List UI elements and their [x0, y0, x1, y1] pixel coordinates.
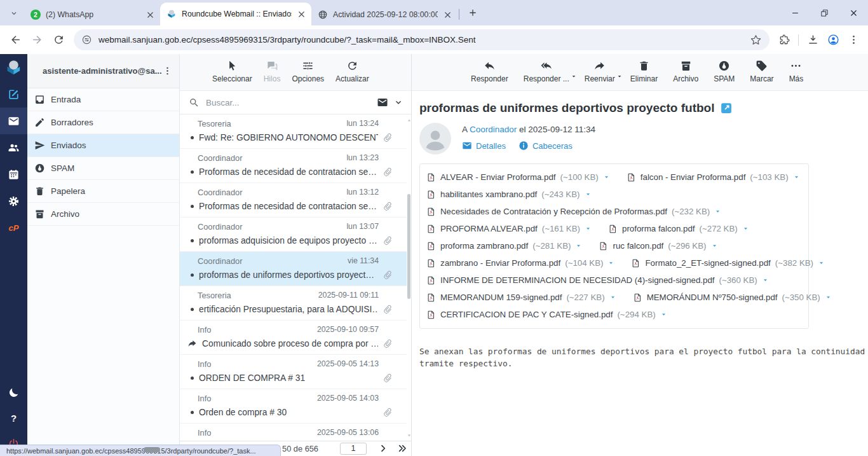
browser-tab[interactable]: Actividad 2025-09-12 08:00:00 — [311, 4, 458, 25]
search-scope-envelope-icon[interactable] — [377, 97, 388, 108]
page-input[interactable]: 1 — [340, 443, 367, 455]
site-info-icon[interactable] — [81, 34, 92, 45]
message-list-row[interactable]: Coordinador lun 13:23 Proformas de neces… — [180, 149, 407, 183]
list-scrollbar[interactable] — [407, 114, 411, 441]
toolbar-button-archivo[interactable]: Archivo — [668, 59, 703, 85]
attachment-name[interactable]: ruc falcon.pdf — [613, 241, 663, 251]
close-icon[interactable] — [297, 10, 306, 19]
toolbar-button-responder[interactable]: Responder — [466, 59, 513, 85]
toolbar-button-spam[interactable]: SPAM — [709, 59, 739, 85]
forward-button[interactable] — [27, 30, 47, 50]
folder-item-borradores[interactable]: Borradores — [27, 111, 179, 134]
caret-down-icon[interactable] — [711, 242, 718, 249]
folder-item-entrada[interactable]: Entrada — [27, 88, 179, 111]
close-window-button[interactable] — [839, 0, 868, 25]
attachment-item[interactable]: proforma zambrano.pdf (~281 KB) — [426, 240, 582, 252]
settings-button[interactable] — [0, 188, 27, 214]
address-bar[interactable]: webmail.sanjuan.gob.ec/cpsess4895969315/… — [74, 29, 770, 50]
attachment-name[interactable]: PROFORMA ALVEAR.pdf — [440, 224, 538, 233]
refresh-button[interactable] — [48, 30, 69, 50]
toolbar-button-marcar[interactable]: Marcar — [745, 59, 778, 85]
attachment-name[interactable]: Necesidades de Contratación y Recepción … — [440, 207, 667, 216]
new-tab-button[interactable] — [465, 4, 481, 21]
caret-down-icon[interactable] — [762, 277, 769, 284]
minimize-button[interactable] — [780, 0, 810, 25]
contacts-button[interactable] — [0, 134, 27, 161]
mail-button[interactable] — [0, 107, 27, 134]
attachment-name[interactable]: MEMORÁNDUM Nº750-signed.pdf — [647, 293, 778, 302]
message-list-row[interactable]: Info 2025-09-05 14:03 Orden de compra # … — [180, 389, 407, 424]
close-icon[interactable] — [146, 10, 155, 20]
attachment-name[interactable]: zambrano - Enviar Proforma.pdf — [440, 258, 560, 268]
search-input[interactable] — [205, 97, 372, 108]
attachment-item[interactable]: PROFORMA ALVEAR.pdf (~161 KB) — [426, 223, 592, 235]
url-text[interactable]: webmail.sanjuan.gob.ec/cpsess4895969315/… — [98, 35, 750, 45]
compose-button[interactable] — [0, 81, 27, 107]
open-in-new-window-icon[interactable] — [721, 102, 732, 114]
message-list-row[interactable]: Coordinador lun 13:07 proformas adquisic… — [180, 218, 407, 252]
toolbar-button-seleccionar[interactable]: Seleccionar — [208, 59, 257, 85]
caret-down-icon[interactable] — [585, 191, 592, 198]
attachment-item[interactable]: MEMORANDUM 159-signed.pdf (~227 KB) — [426, 292, 616, 303]
attachment-name[interactable]: CERTIFICACION DE PAC Y CATE-signed.pdf — [440, 310, 613, 319]
attachment-name[interactable]: proforma falcon.pdf — [622, 224, 695, 233]
attachment-name[interactable]: habilitantes xambrano.pdf — [440, 190, 537, 199]
caret-down-icon[interactable] — [742, 225, 749, 232]
caret-down-icon[interactable] — [660, 311, 667, 318]
splitter-handle[interactable] — [144, 447, 160, 452]
attachment-item[interactable]: INFORME DE DETERMINACION DE NECESIDAD (4… — [426, 275, 769, 286]
toolbar-button-más[interactable]: Más — [785, 59, 808, 85]
caret-down-icon[interactable] — [818, 259, 825, 266]
caret-down-icon[interactable] — [825, 294, 832, 301]
folder-item-enviados[interactable]: Enviados — [27, 134, 179, 157]
toolbar-button-hilos[interactable]: Hilos — [259, 59, 285, 85]
message-list-row[interactable]: Coordinador lun 13:12 Proformas de neces… — [180, 183, 407, 218]
caret-down-icon[interactable] — [616, 73, 623, 79]
attachment-item[interactable]: MEMORÁNDUM Nº750-signed.pdf (~350 KB) — [633, 292, 832, 303]
attachment-name[interactable]: Formato_2_ET-signed-signed.pdf — [645, 258, 770, 268]
scroll-down-icon[interactable] — [407, 433, 412, 438]
folder-item-spam[interactable]: SPAM — [27, 157, 179, 180]
message-list-row[interactable]: Coordinador vie 11:34 proformas de unifo… — [180, 252, 407, 286]
attachment-item[interactable]: proforma falcon.pdf (~272 KB) — [608, 223, 749, 235]
attachment-name[interactable]: falcon - Enviar Proforma.pdf — [641, 172, 746, 182]
caret-down-icon[interactable] — [571, 73, 577, 79]
caret-down-icon[interactable] — [575, 242, 582, 249]
browser-tab[interactable]: Roundcube Webmail :: Enviados — [160, 3, 311, 25]
close-icon[interactable] — [443, 10, 452, 20]
headers-toggle[interactable]: Cabeceras — [519, 141, 573, 151]
last-page-icon[interactable] — [397, 443, 408, 453]
attachment-item[interactable]: falcon - Enviar Proforma.pdf (~103 KB) — [627, 172, 800, 183]
calendar-button[interactable] — [0, 161, 27, 188]
caret-down-icon[interactable] — [609, 294, 616, 301]
attachment-item[interactable]: Necesidades de Contratación y Recepción … — [426, 206, 721, 218]
details-toggle[interactable]: Detalles — [462, 141, 506, 151]
scroll-up-icon[interactable] — [407, 118, 412, 123]
message-list-row[interactable]: Tesoreria lun 13:24 Fwd: Re: GOBIERNO AU… — [180, 114, 407, 149]
toolbar-button-reenviar[interactable]: Reenviar — [580, 59, 620, 85]
attachment-name[interactable]: INFORME DE DETERMINACION DE NECESIDAD (4… — [440, 275, 715, 285]
attachment-item[interactable]: ALVEAR - Enviar Proforma.pdf (~100 KB) — [426, 172, 610, 183]
roundcube-logo[interactable] — [0, 54, 27, 81]
message-list-row[interactable]: Info 2025-09-05 13:06 — [180, 424, 407, 441]
message-list-row[interactable]: Tesoreria 2025-09-11 09:11 ertificación … — [180, 286, 407, 321]
browser-menu-button[interactable] — [844, 31, 863, 50]
message-list-row[interactable]: Info 2025-09-10 09:57 Comunicado sobre p… — [180, 321, 407, 355]
toolbar-button-actualizar[interactable]: Actualizar — [331, 59, 374, 85]
caret-down-icon[interactable] — [793, 174, 800, 181]
attachment-item[interactable]: ruc falcon.pdf (~296 KB) — [599, 240, 717, 252]
caret-down-icon[interactable] — [603, 174, 610, 181]
toolbar-button-eliminar[interactable]: Eliminar — [626, 59, 662, 85]
bookmark-star-icon[interactable] — [750, 34, 762, 46]
account-menu-icon[interactable] — [162, 66, 173, 76]
attachment-name[interactable]: MEMORANDUM 159-signed.pdf — [440, 293, 562, 302]
search-options-chevron-icon[interactable] — [393, 97, 403, 107]
restore-button[interactable] — [810, 0, 839, 25]
extensions-button[interactable] — [775, 31, 794, 50]
tab-search-button[interactable] — [5, 4, 23, 22]
back-button[interactable] — [5, 30, 25, 50]
toolbar-button-responder-[interactable]: Responder ... — [519, 59, 574, 85]
downloads-button[interactable] — [803, 31, 822, 50]
caret-down-icon[interactable] — [585, 225, 592, 232]
folder-item-archivo[interactable]: Archivo — [27, 203, 179, 226]
